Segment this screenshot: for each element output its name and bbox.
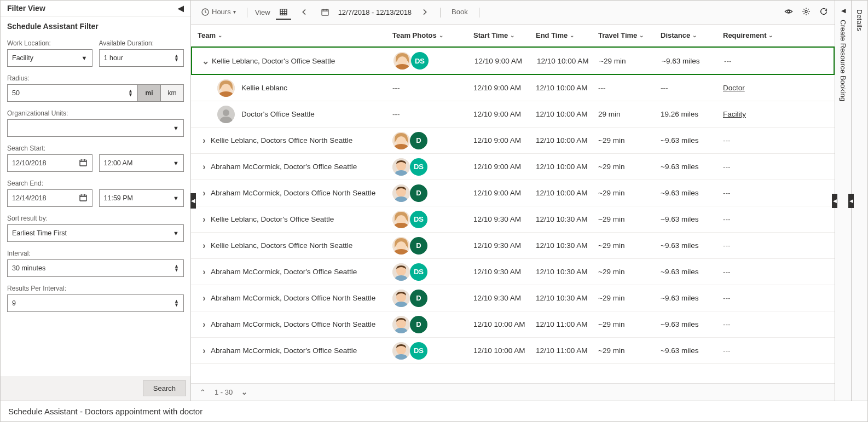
col-travel-time[interactable]: Travel Time⌄ <box>598 31 661 39</box>
avatar <box>392 290 410 307</box>
expand-toggle[interactable]: › <box>198 136 211 146</box>
cell-distance: --- <box>661 84 723 92</box>
cell-photos: --- <box>392 110 473 118</box>
radius-unit-mi[interactable]: mi <box>138 84 161 102</box>
cell-distance: ~9.63 miles <box>661 136 723 144</box>
table-row[interactable]: ›Abraham McCormick, Doctors Office North… <box>191 311 835 338</box>
cell-start: 12/10 9:30 AM <box>473 294 536 302</box>
rail-expand-handle[interactable]: ◀ <box>832 194 837 208</box>
col-end-time[interactable]: End Time⌄ <box>536 31 598 39</box>
cell-travel: ~29 min <box>598 294 661 302</box>
cell-photos: D <box>392 237 473 255</box>
cell-start: 12/10 9:00 AM <box>473 163 536 171</box>
chevron-left-icon[interactable]: ◀ <box>841 7 846 14</box>
table-child-row[interactable]: Doctor's Office Seattle---12/10 9:00 AM1… <box>191 101 835 128</box>
next-button[interactable] <box>417 5 432 20</box>
expand-toggle[interactable]: › <box>198 188 211 198</box>
expand-toggle[interactable]: › <box>198 293 211 303</box>
cell-distance: ~9.63 miles <box>661 241 723 250</box>
eye-icon[interactable] <box>784 7 793 18</box>
search-start-label: Search Start: <box>7 144 184 152</box>
table-body[interactable]: ⌄Kellie Leblanc, Doctor's Office Seattle… <box>191 47 835 383</box>
cell-photos: D <box>392 290 473 307</box>
work-location-select[interactable]: Facility▼ <box>7 49 92 67</box>
details-pane[interactable]: Details ◀ <box>851 1 867 401</box>
date-picker-button[interactable] <box>317 5 333 20</box>
table-row[interactable]: ›Kellie Leblanc, Doctor's Office Seattle… <box>191 206 835 233</box>
cell-requirement: --- <box>723 163 789 171</box>
panel-collapse-handle[interactable]: ◀ <box>190 193 196 209</box>
radius-input[interactable]: 50 ▲▼ <box>7 84 138 102</box>
table-row[interactable]: ›Abraham McCormick, Doctor's Office Seat… <box>191 338 835 364</box>
col-requirement[interactable]: Requirement⌄ <box>723 31 789 39</box>
rail-expand-handle[interactable]: ◀ <box>848 194 854 208</box>
sort-label: Sort result by: <box>7 215 184 222</box>
cell-travel: ~29 min <box>598 320 661 328</box>
collapse-left-icon[interactable]: ◀ <box>178 4 184 13</box>
table-row[interactable]: ›Abraham McCormick, Doctor's Office Seat… <box>191 259 835 285</box>
cell-requirement: --- <box>723 346 789 355</box>
expand-toggle[interactable]: › <box>198 215 211 224</box>
table-row[interactable]: ›Kellie Leblanc, Doctors Office North Se… <box>191 128 835 154</box>
cell-end: 12/10 10:00 AM <box>536 110 598 118</box>
search-end-date[interactable]: 12/14/2018 <box>7 189 92 207</box>
cell-photos: --- <box>392 84 473 92</box>
search-start-time[interactable]: 12:00 AM▼ <box>99 154 184 172</box>
search-button[interactable]: Search <box>143 380 186 396</box>
cell-photos: DS <box>392 342 473 360</box>
expand-toggle[interactable]: › <box>198 241 211 251</box>
cell-start: 12/10 9:00 AM <box>473 110 536 118</box>
col-distance[interactable]: Distance⌄ <box>661 31 723 39</box>
col-start-time[interactable]: Start Time⌄ <box>473 31 536 39</box>
book-button[interactable]: Book <box>448 5 471 19</box>
cell-photos: DS <box>394 52 474 70</box>
cell-distance: ~9.63 miles <box>661 320 723 328</box>
expand-toggle[interactable]: › <box>198 162 211 172</box>
pager-down-icon[interactable]: ⌄ <box>241 388 247 396</box>
expand-toggle[interactable]: ⌄ <box>199 56 212 66</box>
prev-button[interactable] <box>297 5 312 20</box>
cell-end: 12/10 11:00 AM <box>536 320 598 328</box>
search-end-time[interactable]: 11:59 PM▼ <box>99 189 184 207</box>
table-row[interactable]: ⌄Kellie Leblanc, Doctor's Office Seattle… <box>191 47 835 75</box>
initials-badge: DS <box>410 158 427 176</box>
pager-range: 1 - 30 <box>215 388 233 396</box>
avatar <box>392 211 410 228</box>
pager-up-icon[interactable]: ⌃ <box>200 388 206 396</box>
cell-end: 12/10 11:00 AM <box>536 346 598 355</box>
search-start-date[interactable]: 12/10/2018 <box>7 154 92 172</box>
interval-input[interactable]: 30 minutes ▲▼ <box>7 259 184 277</box>
child-name: Doctor's Office Seattle <box>241 110 315 118</box>
table-child-row[interactable]: Kellie Leblanc---12/10 9:00 AM12/10 10:0… <box>191 75 835 101</box>
table-row[interactable]: ›Abraham McCormick, Doctor's Office Seat… <box>191 154 835 180</box>
avatar <box>392 263 410 281</box>
refresh-icon[interactable] <box>819 7 828 18</box>
results-per-interval-input[interactable]: 9 ▲▼ <box>7 294 184 312</box>
expand-toggle[interactable]: › <box>198 346 211 356</box>
org-units-select[interactable]: ▼ <box>7 119 184 137</box>
cell-end: 12/10 10:00 AM <box>536 136 598 144</box>
hours-dropdown[interactable]: Hours ▾ <box>198 5 239 20</box>
sort-select[interactable]: Earliest Time First▼ <box>7 224 184 242</box>
grid-view-button[interactable] <box>276 5 291 20</box>
col-team[interactable]: Team⌄ <box>195 31 392 39</box>
cell-end: 12/10 10:30 AM <box>536 215 598 223</box>
cell-requirement[interactable]: Doctor <box>723 84 789 92</box>
col-team-photos[interactable]: Team Photos⌄ <box>392 31 473 39</box>
table-row[interactable]: ›Abraham McCormick, Doctors Office North… <box>191 285 835 311</box>
cell-travel: ~29 min <box>598 241 661 250</box>
expand-toggle[interactable]: › <box>198 320 211 329</box>
initials-badge: D <box>410 132 427 149</box>
chevron-left-icon <box>300 8 309 16</box>
radius-unit-km[interactable]: km <box>161 84 184 102</box>
available-duration-input[interactable]: 1 hour ▲▼ <box>99 49 184 67</box>
org-units-label: Organizational Units: <box>7 109 184 117</box>
cell-requirement[interactable]: Facility <box>723 110 789 118</box>
cell-team: Abraham McCormick, Doctors Office North … <box>211 320 392 328</box>
table-row[interactable]: ›Kellie Leblanc, Doctors Office North Se… <box>191 233 835 259</box>
calendar-icon <box>79 193 88 204</box>
table-row[interactable]: ›Abraham McCormick, Doctors Office North… <box>191 180 835 206</box>
work-location-label: Work Location: <box>7 39 92 47</box>
gear-icon[interactable] <box>802 7 811 18</box>
expand-toggle[interactable]: › <box>198 267 211 277</box>
